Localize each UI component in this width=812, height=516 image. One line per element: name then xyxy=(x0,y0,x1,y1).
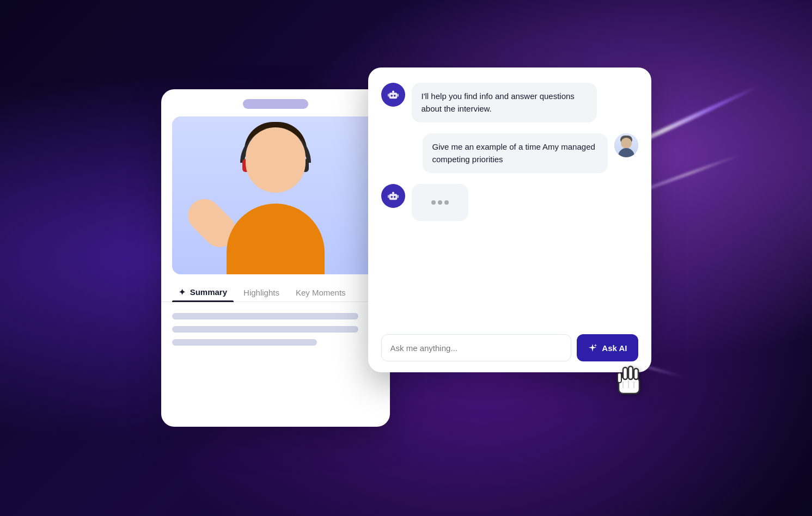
candidate-photo xyxy=(172,116,379,274)
tab-key-moments[interactable]: Key Moments xyxy=(289,284,352,302)
dot-3 xyxy=(444,200,449,205)
message-bubble-typing xyxy=(412,184,468,221)
svg-rect-15 xyxy=(623,367,627,379)
svg-point-9 xyxy=(393,196,395,198)
text-line-1 xyxy=(172,313,358,320)
profile-pill-bar xyxy=(243,99,308,109)
typing-dots xyxy=(422,192,459,213)
chat-messages: I'll help you find info and answer quest… xyxy=(381,83,638,323)
svg-point-8 xyxy=(390,196,393,198)
ua-body xyxy=(618,148,634,157)
message-bubble-user-1: Give me an example of a time Amy managed… xyxy=(423,133,608,173)
dot-1 xyxy=(431,200,436,205)
ask-ai-button[interactable]: Ask AI xyxy=(577,334,638,361)
ua-head xyxy=(621,138,632,149)
svg-rect-17 xyxy=(634,368,638,379)
message-bubble-bot-1: I'll help you find info and answer quest… xyxy=(412,83,597,122)
profile-photo xyxy=(172,116,379,274)
text-line-3 xyxy=(172,339,317,346)
profile-tabs: ✦ Summary Highlights Key Moments xyxy=(161,274,390,302)
svg-rect-12 xyxy=(387,195,389,198)
message-row-user-1: Give me an example of a time Amy managed… xyxy=(381,133,638,173)
bot-avatar-2 xyxy=(381,184,405,208)
bot-icon xyxy=(387,89,399,101)
tab-highlights[interactable]: Highlights xyxy=(237,284,286,302)
summary-content xyxy=(161,302,390,363)
user-avatar-inner xyxy=(614,133,638,157)
profile-card: ✦ Summary Highlights Key Moments xyxy=(161,89,390,427)
svg-rect-5 xyxy=(387,94,389,97)
svg-rect-0 xyxy=(389,93,397,99)
bot-avatar-1 xyxy=(381,83,405,107)
svg-rect-13 xyxy=(397,195,399,198)
svg-rect-18 xyxy=(618,373,621,383)
message-row-bot-1: I'll help you find info and answer quest… xyxy=(381,83,638,122)
dot-2 xyxy=(438,200,442,205)
profile-pill xyxy=(161,99,390,109)
sparkle-icon xyxy=(588,343,597,353)
hand-cursor-svg xyxy=(613,361,646,399)
text-line-2 xyxy=(172,326,358,333)
svg-point-1 xyxy=(390,95,393,97)
summary-icon: ✦ xyxy=(179,287,186,297)
chat-input-area: Ask AI xyxy=(381,334,638,361)
svg-rect-7 xyxy=(389,194,397,200)
shirt xyxy=(227,204,325,274)
message-row-bot-typing xyxy=(381,184,638,221)
svg-point-2 xyxy=(393,95,395,97)
tab-summary[interactable]: ✦ Summary xyxy=(172,283,234,302)
chat-input[interactable] xyxy=(381,334,572,361)
svg-rect-6 xyxy=(397,94,399,97)
svg-rect-16 xyxy=(628,366,633,379)
chat-card: I'll help you find info and answer quest… xyxy=(368,67,651,372)
bot-icon-2 xyxy=(387,190,399,202)
head xyxy=(246,127,306,193)
cursor-hand xyxy=(613,361,646,405)
scene: ✦ Summary Highlights Key Moments xyxy=(161,67,651,449)
person-body xyxy=(221,127,330,274)
user-avatar xyxy=(614,133,638,157)
